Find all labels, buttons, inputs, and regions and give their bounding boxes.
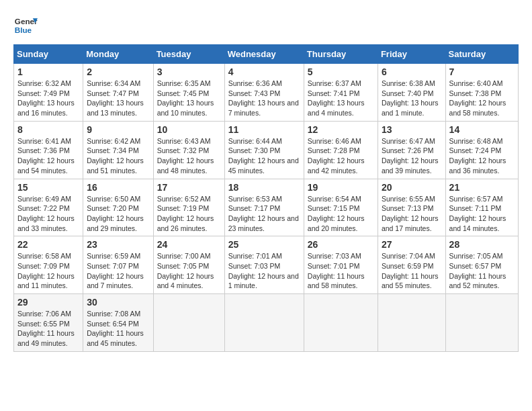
day-info: Sunrise: 7:05 AMSunset: 6:57 PMDaylight:… (449, 252, 506, 289)
col-header-thursday: Thursday (304, 45, 378, 64)
day-number: 8 (17, 124, 79, 135)
day-info: Sunrise: 6:37 AMSunset: 7:41 PMDaylight:… (308, 79, 365, 117)
day-info: Sunrise: 6:55 AMSunset: 7:13 PMDaylight:… (382, 195, 439, 232)
day-number: 20 (382, 182, 442, 193)
week-row-1: 1 Sunrise: 6:32 AMSunset: 7:49 PMDayligh… (14, 64, 519, 122)
day-number: 28 (449, 239, 515, 250)
day-number: 13 (382, 124, 442, 135)
calendar-cell: 24 Sunrise: 7:00 AMSunset: 7:05 PMDaylig… (153, 236, 224, 294)
day-number: 17 (157, 182, 221, 193)
calendar-cell: 21 Sunrise: 6:57 AMSunset: 7:11 PMDaylig… (445, 179, 518, 236)
calendar-cell: 25 Sunrise: 7:01 AMSunset: 7:03 PMDaylig… (224, 236, 304, 294)
calendar-cell: 28 Sunrise: 7:05 AMSunset: 6:57 PMDaylig… (445, 236, 518, 294)
day-info: Sunrise: 7:04 AMSunset: 6:59 PMDaylight:… (382, 252, 439, 289)
calendar-cell: 18 Sunrise: 6:53 AMSunset: 7:17 PMDaylig… (224, 179, 304, 236)
calendar-cell: 16 Sunrise: 6:50 AMSunset: 7:20 PMDaylig… (83, 179, 153, 236)
day-number: 6 (382, 66, 442, 77)
day-number: 7 (449, 66, 515, 77)
week-row-4: 22 Sunrise: 6:58 AMSunset: 7:09 PMDaylig… (14, 236, 519, 294)
calendar-cell: 26 Sunrise: 7:03 AMSunset: 7:01 PMDaylig… (304, 236, 378, 294)
day-number: 26 (308, 239, 374, 250)
svg-text:General: General (15, 17, 38, 26)
day-number: 25 (228, 239, 300, 250)
calendar-cell (153, 294, 224, 352)
day-info: Sunrise: 6:38 AMSunset: 7:40 PMDaylight:… (382, 79, 439, 117)
day-info: Sunrise: 6:47 AMSunset: 7:26 PMDaylight:… (382, 137, 439, 175)
day-info: Sunrise: 6:44 AMSunset: 7:30 PMDaylight:… (228, 137, 299, 175)
day-info: Sunrise: 6:36 AMSunset: 7:43 PMDaylight:… (228, 79, 299, 117)
day-number: 15 (17, 182, 79, 193)
calendar-cell: 8 Sunrise: 6:41 AMSunset: 7:36 PMDayligh… (14, 121, 83, 179)
calendar-cell: 29 Sunrise: 7:06 AMSunset: 6:55 PMDaylig… (14, 294, 83, 352)
day-number: 21 (449, 182, 515, 193)
day-info: Sunrise: 6:49 AMSunset: 7:22 PMDaylight:… (17, 195, 75, 232)
calendar-cell: 15 Sunrise: 6:49 AMSunset: 7:22 PMDaylig… (14, 179, 83, 236)
day-number: 5 (308, 66, 374, 77)
calendar-cell: 12 Sunrise: 6:46 AMSunset: 7:28 PMDaylig… (304, 121, 378, 179)
calendar-cell: 19 Sunrise: 6:54 AMSunset: 7:15 PMDaylig… (304, 179, 378, 236)
week-row-2: 8 Sunrise: 6:41 AMSunset: 7:36 PMDayligh… (14, 121, 519, 179)
calendar-cell: 22 Sunrise: 6:58 AMSunset: 7:09 PMDaylig… (14, 236, 83, 294)
day-info: Sunrise: 7:08 AMSunset: 6:54 PMDaylight:… (87, 310, 144, 347)
day-number: 27 (382, 239, 442, 250)
calendar-cell: 27 Sunrise: 7:04 AMSunset: 6:59 PMDaylig… (378, 236, 445, 294)
day-info: Sunrise: 6:35 AMSunset: 7:45 PMDaylight:… (157, 79, 214, 117)
day-number: 9 (87, 124, 149, 135)
svg-text:Blue: Blue (15, 26, 32, 34)
day-info: Sunrise: 6:53 AMSunset: 7:17 PMDaylight:… (228, 195, 299, 232)
day-info: Sunrise: 6:43 AMSunset: 7:32 PMDaylight:… (157, 137, 214, 175)
calendar-cell: 1 Sunrise: 6:32 AMSunset: 7:49 PMDayligh… (14, 64, 83, 122)
day-number: 29 (17, 297, 79, 308)
calendar-cell: 7 Sunrise: 6:40 AMSunset: 7:38 PMDayligh… (445, 64, 518, 122)
day-info: Sunrise: 7:06 AMSunset: 6:55 PMDaylight:… (17, 310, 75, 347)
day-info: Sunrise: 6:34 AMSunset: 7:47 PMDaylight:… (87, 79, 144, 117)
day-number: 19 (308, 182, 374, 193)
day-number: 4 (228, 66, 300, 77)
calendar-cell: 3 Sunrise: 6:35 AMSunset: 7:45 PMDayligh… (153, 64, 224, 122)
day-number: 3 (157, 66, 221, 77)
day-info: Sunrise: 6:32 AMSunset: 7:49 PMDaylight:… (17, 79, 75, 117)
calendar-cell: 17 Sunrise: 6:52 AMSunset: 7:19 PMDaylig… (153, 179, 224, 236)
day-info: Sunrise: 6:57 AMSunset: 7:11 PMDaylight:… (449, 195, 506, 232)
header-row: SundayMondayTuesdayWednesdayThursdayFrid… (14, 45, 519, 64)
calendar-cell: 14 Sunrise: 6:48 AMSunset: 7:24 PMDaylig… (445, 121, 518, 179)
calendar-cell: 2 Sunrise: 6:34 AMSunset: 7:47 PMDayligh… (83, 64, 153, 122)
day-number: 14 (449, 124, 515, 135)
calendar-cell: 20 Sunrise: 6:55 AMSunset: 7:13 PMDaylig… (378, 179, 445, 236)
calendar-cell: 5 Sunrise: 6:37 AMSunset: 7:41 PMDayligh… (304, 64, 378, 122)
calendar-table: SundayMondayTuesdayWednesdayThursdayFrid… (13, 44, 519, 352)
day-info: Sunrise: 7:01 AMSunset: 7:03 PMDaylight:… (228, 252, 299, 289)
calendar-cell: 30 Sunrise: 7:08 AMSunset: 6:54 PMDaylig… (83, 294, 153, 352)
logo: General Blue (13, 13, 38, 38)
day-number: 12 (308, 124, 374, 135)
week-row-3: 15 Sunrise: 6:49 AMSunset: 7:22 PMDaylig… (14, 179, 519, 236)
week-row-5: 29 Sunrise: 7:06 AMSunset: 6:55 PMDaylig… (14, 294, 519, 352)
calendar-cell (304, 294, 378, 352)
day-info: Sunrise: 6:40 AMSunset: 7:38 PMDaylight:… (449, 79, 506, 117)
col-header-saturday: Saturday (445, 45, 518, 64)
day-info: Sunrise: 6:41 AMSunset: 7:36 PMDaylight:… (17, 137, 75, 175)
col-header-friday: Friday (378, 45, 445, 64)
day-number: 10 (157, 124, 221, 135)
calendar-cell (445, 294, 518, 352)
calendar-cell: 4 Sunrise: 6:36 AMSunset: 7:43 PMDayligh… (224, 64, 304, 122)
day-number: 23 (87, 239, 149, 250)
day-number: 16 (87, 182, 149, 193)
day-info: Sunrise: 6:59 AMSunset: 7:07 PMDaylight:… (87, 252, 144, 289)
day-number: 22 (17, 239, 79, 250)
day-info: Sunrise: 7:00 AMSunset: 7:05 PMDaylight:… (157, 252, 214, 289)
calendar-cell (378, 294, 445, 352)
day-number: 11 (228, 124, 300, 135)
calendar-cell (224, 294, 304, 352)
calendar-cell: 6 Sunrise: 6:38 AMSunset: 7:40 PMDayligh… (378, 64, 445, 122)
day-info: Sunrise: 6:52 AMSunset: 7:19 PMDaylight:… (157, 195, 214, 232)
day-info: Sunrise: 6:54 AMSunset: 7:15 PMDaylight:… (308, 195, 365, 232)
calendar-cell: 10 Sunrise: 6:43 AMSunset: 7:32 PMDaylig… (153, 121, 224, 179)
calendar-cell: 13 Sunrise: 6:47 AMSunset: 7:26 PMDaylig… (378, 121, 445, 179)
calendar-cell: 23 Sunrise: 6:59 AMSunset: 7:07 PMDaylig… (83, 236, 153, 294)
day-number: 18 (228, 182, 300, 193)
day-number: 1 (17, 66, 79, 77)
day-number: 24 (157, 239, 221, 250)
col-header-tuesday: Tuesday (153, 45, 224, 64)
day-info: Sunrise: 6:58 AMSunset: 7:09 PMDaylight:… (17, 252, 75, 289)
